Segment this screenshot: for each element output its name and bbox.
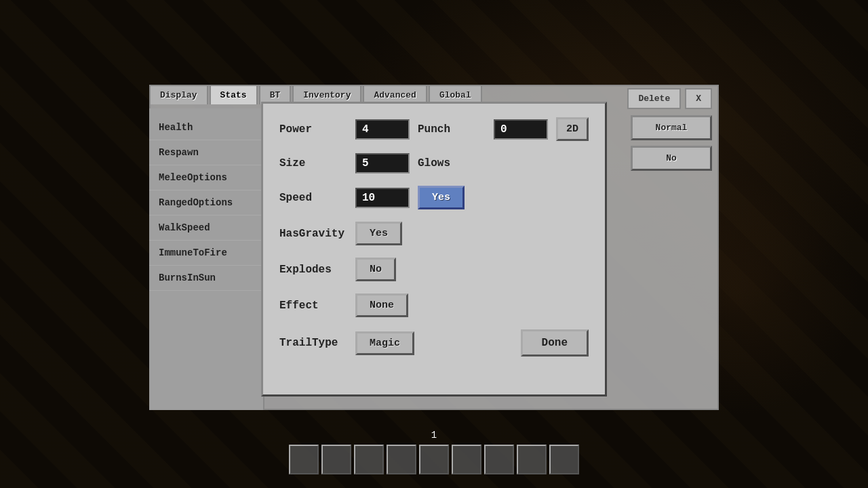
trail-type-button[interactable]: Magic (355, 331, 414, 355)
no-button[interactable]: No (631, 146, 712, 171)
hotbar-slot-4[interactable] (387, 445, 416, 474)
hotbar-slot-3[interactable] (354, 445, 384, 474)
hotbar-slot-9[interactable] (549, 445, 579, 474)
hotbar-slot-5[interactable] (419, 445, 449, 474)
power-input[interactable] (355, 119, 410, 140)
trail-done-row: TrailType Magic Done (279, 329, 589, 357)
speed-row: Speed Yes (279, 186, 589, 209)
power-punch-row: Power Punch 2D (279, 117, 589, 141)
punch-label: Punch (418, 123, 486, 136)
hotbar (289, 445, 579, 474)
sidebar-item-walkspeed[interactable]: WalkSpeed (149, 216, 263, 241)
sidebar-item-respawn[interactable]: Respawn (149, 140, 263, 165)
hotbar-counter: 1 (431, 430, 437, 441)
ranged-options-dialog: Power Punch 2D Size Glows Speed Yes HasG… (261, 102, 607, 396)
tab-stats[interactable]: Stats (210, 85, 258, 104)
size-label: Size (279, 157, 347, 169)
speed-label: Speed (279, 192, 347, 204)
normal-button[interactable]: Normal (631, 115, 712, 140)
sidebar-item-melee[interactable]: MeleeOptions (149, 165, 263, 190)
close-button[interactable]: X (685, 88, 712, 109)
trail-type-label: TrailType (279, 337, 347, 349)
right-sidebar: Normal No (631, 108, 712, 178)
has-gravity-row: HasGravity Yes (279, 222, 589, 245)
left-sidebar: Health Respawn MeleeOptions RangedOption… (149, 108, 264, 410)
glows-label: Glows (418, 157, 486, 169)
size-input[interactable] (355, 153, 410, 174)
delete-button[interactable]: Delete (627, 88, 681, 109)
header-buttons: Delete X (627, 88, 712, 109)
explodes-label: Explodes (279, 264, 347, 276)
2d-button[interactable]: 2D (556, 117, 589, 141)
sidebar-item-ranged[interactable]: RangedOptions (149, 190, 263, 216)
has-gravity-button[interactable]: Yes (355, 222, 402, 245)
explodes-row: Explodes No (279, 258, 589, 281)
sidebar-item-burnsinsun[interactable]: BurnsInSun (149, 266, 263, 291)
effect-row: Effect None (279, 293, 589, 317)
effect-button[interactable]: None (355, 293, 408, 317)
hotbar-slot-8[interactable] (517, 445, 547, 474)
tab-display[interactable]: Display (149, 85, 208, 104)
done-button[interactable]: Done (521, 329, 589, 357)
glows-yes-button[interactable]: Yes (418, 186, 465, 209)
hotbar-slot-2[interactable] (321, 445, 351, 474)
size-glows-row: Size Glows (279, 153, 589, 174)
has-gravity-label: HasGravity (279, 228, 347, 240)
sidebar-item-health[interactable]: Health (149, 115, 263, 140)
hotbar-slot-6[interactable] (452, 445, 481, 474)
hotbar-slot-7[interactable] (484, 445, 514, 474)
speed-input[interactable] (355, 188, 410, 208)
power-label: Power (279, 123, 347, 136)
hotbar-slot-1[interactable] (289, 445, 319, 474)
sidebar-item-immunetofire[interactable]: ImmuneToFire (149, 241, 263, 266)
explodes-button[interactable]: No (355, 258, 396, 281)
punch-input[interactable] (494, 119, 548, 140)
effect-label: Effect (279, 300, 347, 312)
